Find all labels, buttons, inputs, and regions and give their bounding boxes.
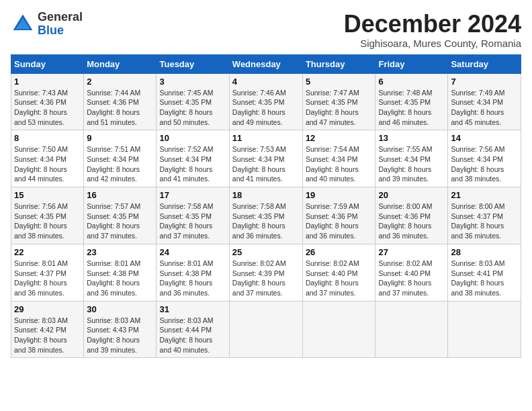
day-number: 29 [14, 304, 81, 314]
day-info: Sunrise: 7:54 AM Sunset: 4:34 PM Dayligh… [306, 144, 373, 184]
calendar-cell: 22Sunrise: 8:01 AM Sunset: 4:37 PM Dayli… [11, 244, 84, 301]
day-number: 19 [306, 190, 373, 200]
day-number: 30 [87, 304, 153, 314]
day-number: 14 [451, 133, 518, 143]
day-number: 17 [159, 190, 226, 200]
calendar-cell: 13Sunrise: 7:55 AM Sunset: 4:34 PM Dayli… [375, 130, 448, 187]
day-number: 5 [306, 77, 373, 87]
calendar-week-row: 1Sunrise: 7:43 AM Sunset: 4:36 PM Daylig… [11, 73, 521, 130]
month-year-title: December 2024 [344, 11, 521, 38]
calendar-cell: 12Sunrise: 7:54 AM Sunset: 4:34 PM Dayli… [302, 130, 375, 187]
calendar-cell: 17Sunrise: 7:58 AM Sunset: 4:35 PM Dayli… [157, 187, 229, 244]
calendar-cell: 24Sunrise: 8:01 AM Sunset: 4:38 PM Dayli… [157, 244, 229, 301]
logo-general: General [38, 11, 83, 24]
calendar-cell: 15Sunrise: 7:56 AM Sunset: 4:35 PM Dayli… [11, 187, 84, 244]
logo-blue: Blue [38, 24, 83, 38]
calendar-cell: 16Sunrise: 7:57 AM Sunset: 4:35 PM Dayli… [84, 187, 157, 244]
calendar-cell: 11Sunrise: 7:53 AM Sunset: 4:34 PM Dayli… [229, 130, 302, 187]
calendar-cell: 7Sunrise: 7:49 AM Sunset: 4:34 PM Daylig… [448, 73, 521, 130]
day-info: Sunrise: 7:49 AM Sunset: 4:34 PM Dayligh… [451, 88, 518, 128]
weekday-header-sunday: Sunday [11, 54, 84, 73]
day-info: Sunrise: 7:51 AM Sunset: 4:34 PM Dayligh… [87, 144, 153, 184]
day-number: 25 [232, 247, 300, 257]
calendar-cell: 31Sunrise: 8:03 AM Sunset: 4:44 PM Dayli… [157, 301, 229, 358]
day-info: Sunrise: 8:02 AM Sunset: 4:40 PM Dayligh… [378, 259, 445, 298]
day-number: 3 [159, 77, 226, 87]
weekday-header-thursday: Thursday [302, 54, 375, 73]
day-number: 11 [232, 133, 300, 143]
day-info: Sunrise: 7:43 AM Sunset: 4:36 PM Dayligh… [14, 88, 81, 128]
day-number: 2 [87, 77, 153, 87]
logo: General Blue [11, 11, 83, 38]
calendar-week-row: 29Sunrise: 8:03 AM Sunset: 4:42 PM Dayli… [11, 301, 521, 358]
day-number: 15 [14, 190, 81, 200]
day-number: 9 [87, 133, 153, 143]
day-number: 8 [14, 133, 81, 143]
calendar-cell [229, 301, 302, 358]
day-info: Sunrise: 7:46 AM Sunset: 4:35 PM Dayligh… [232, 88, 300, 128]
calendar-cell [375, 301, 448, 358]
page-header: General Blue December 2024 Sighisoara, M… [11, 11, 521, 49]
calendar-cell: 23Sunrise: 8:01 AM Sunset: 4:38 PM Dayli… [84, 244, 157, 301]
calendar-cell: 21Sunrise: 8:00 AM Sunset: 4:37 PM Dayli… [448, 187, 521, 244]
calendar-cell: 19Sunrise: 7:59 AM Sunset: 4:36 PM Dayli… [302, 187, 375, 244]
calendar-cell: 30Sunrise: 8:03 AM Sunset: 4:43 PM Dayli… [84, 301, 157, 358]
day-info: Sunrise: 7:48 AM Sunset: 4:35 PM Dayligh… [378, 88, 445, 128]
day-info: Sunrise: 7:58 AM Sunset: 4:35 PM Dayligh… [232, 201, 300, 241]
day-number: 21 [451, 190, 518, 200]
calendar-cell: 3Sunrise: 7:45 AM Sunset: 4:35 PM Daylig… [157, 73, 229, 130]
day-info: Sunrise: 7:55 AM Sunset: 4:34 PM Dayligh… [378, 144, 445, 184]
day-number: 7 [451, 77, 518, 87]
day-number: 10 [159, 133, 226, 143]
calendar-week-row: 8Sunrise: 7:50 AM Sunset: 4:34 PM Daylig… [11, 130, 521, 187]
calendar-cell: 5Sunrise: 7:47 AM Sunset: 4:35 PM Daylig… [302, 73, 375, 130]
calendar-header: SundayMondayTuesdayWednesdayThursdayFrid… [11, 54, 521, 73]
day-info: Sunrise: 8:03 AM Sunset: 4:44 PM Dayligh… [159, 316, 226, 355]
calendar-cell: 28Sunrise: 8:03 AM Sunset: 4:41 PM Dayli… [448, 244, 521, 301]
day-info: Sunrise: 7:56 AM Sunset: 4:35 PM Dayligh… [14, 201, 81, 241]
day-info: Sunrise: 7:47 AM Sunset: 4:35 PM Dayligh… [306, 88, 373, 128]
calendar-cell: 25Sunrise: 8:02 AM Sunset: 4:39 PM Dayli… [229, 244, 302, 301]
day-number: 27 [378, 247, 445, 257]
calendar-cell: 10Sunrise: 7:52 AM Sunset: 4:34 PM Dayli… [157, 130, 229, 187]
calendar-cell: 6Sunrise: 7:48 AM Sunset: 4:35 PM Daylig… [375, 73, 448, 130]
calendar-cell: 2Sunrise: 7:44 AM Sunset: 4:36 PM Daylig… [84, 73, 157, 130]
calendar-cell [302, 301, 375, 358]
weekday-header-tuesday: Tuesday [157, 54, 229, 73]
calendar-week-row: 15Sunrise: 7:56 AM Sunset: 4:35 PM Dayli… [11, 187, 521, 244]
calendar-week-row: 22Sunrise: 8:01 AM Sunset: 4:37 PM Dayli… [11, 244, 521, 301]
day-number: 12 [306, 133, 373, 143]
calendar-body: 1Sunrise: 7:43 AM Sunset: 4:36 PM Daylig… [11, 73, 521, 358]
calendar-cell: 20Sunrise: 8:00 AM Sunset: 4:36 PM Dayli… [375, 187, 448, 244]
day-number: 31 [159, 304, 226, 314]
calendar-cell: 29Sunrise: 8:03 AM Sunset: 4:42 PM Dayli… [11, 301, 84, 358]
day-info: Sunrise: 7:44 AM Sunset: 4:36 PM Dayligh… [87, 88, 153, 128]
day-number: 26 [306, 247, 373, 257]
title-block: December 2024 Sighisoara, Mures County, … [344, 11, 521, 49]
day-info: Sunrise: 8:01 AM Sunset: 4:37 PM Dayligh… [14, 259, 81, 298]
day-number: 16 [87, 190, 153, 200]
calendar-cell: 18Sunrise: 7:58 AM Sunset: 4:35 PM Dayli… [229, 187, 302, 244]
day-info: Sunrise: 8:00 AM Sunset: 4:37 PM Dayligh… [451, 201, 518, 241]
day-info: Sunrise: 8:02 AM Sunset: 4:40 PM Dayligh… [306, 259, 373, 298]
calendar-table: SundayMondayTuesdayWednesdayThursdayFrid… [11, 54, 521, 359]
day-info: Sunrise: 7:52 AM Sunset: 4:34 PM Dayligh… [159, 144, 226, 184]
day-info: Sunrise: 7:59 AM Sunset: 4:36 PM Dayligh… [306, 201, 373, 241]
calendar-cell: 8Sunrise: 7:50 AM Sunset: 4:34 PM Daylig… [11, 130, 84, 187]
day-info: Sunrise: 7:53 AM Sunset: 4:34 PM Dayligh… [232, 144, 300, 184]
day-info: Sunrise: 8:01 AM Sunset: 4:38 PM Dayligh… [159, 259, 226, 298]
weekday-header-monday: Monday [84, 54, 157, 73]
calendar-cell: 26Sunrise: 8:02 AM Sunset: 4:40 PM Dayli… [302, 244, 375, 301]
day-info: Sunrise: 7:57 AM Sunset: 4:35 PM Dayligh… [87, 201, 153, 241]
day-number: 20 [378, 190, 445, 200]
day-number: 6 [378, 77, 445, 87]
day-info: Sunrise: 7:50 AM Sunset: 4:34 PM Dayligh… [14, 144, 81, 184]
day-info: Sunrise: 7:58 AM Sunset: 4:35 PM Dayligh… [159, 201, 226, 241]
weekday-header-row: SundayMondayTuesdayWednesdayThursdayFrid… [11, 54, 521, 73]
weekday-header-saturday: Saturday [448, 54, 521, 73]
day-info: Sunrise: 8:01 AM Sunset: 4:38 PM Dayligh… [87, 259, 153, 298]
day-number: 1 [14, 77, 81, 87]
day-number: 23 [87, 247, 153, 257]
calendar-cell: 4Sunrise: 7:46 AM Sunset: 4:35 PM Daylig… [229, 73, 302, 130]
day-info: Sunrise: 8:02 AM Sunset: 4:39 PM Dayligh… [232, 259, 300, 298]
